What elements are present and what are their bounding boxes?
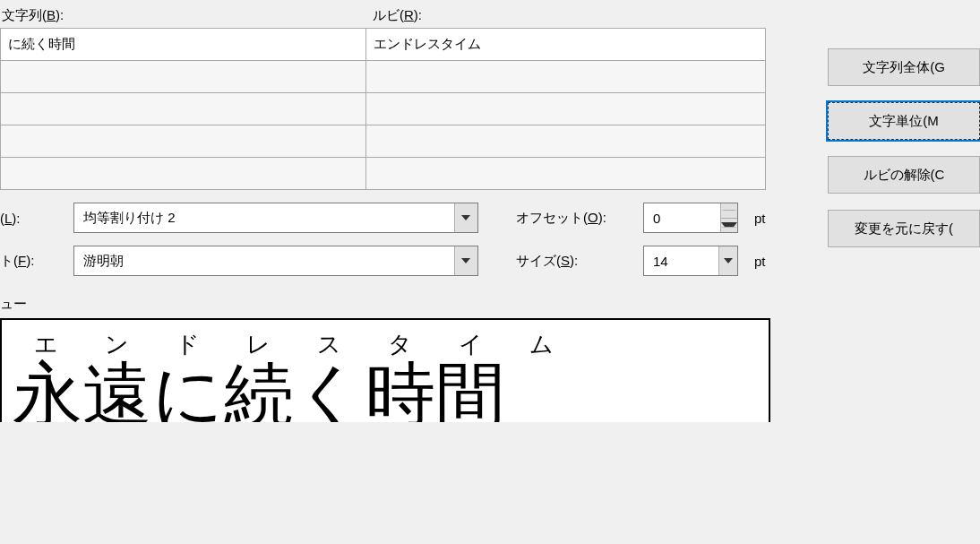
alignment-dropdown-button[interactable]: [454, 203, 477, 232]
triangle-down-icon: [721, 222, 737, 228]
triangle-up-icon: [721, 210, 737, 211]
ruby-input-1[interactable]: [366, 29, 765, 60]
ruby-input-5[interactable]: [366, 158, 765, 189]
ruby-input-4[interactable]: [366, 125, 765, 157]
offset-input[interactable]: [644, 203, 720, 232]
revert-button[interactable]: 変更を元に戻す(: [828, 210, 980, 247]
preview-label: ュー: [0, 296, 980, 313]
offset-spin-down[interactable]: [721, 219, 737, 233]
offset-unit: pt: [754, 211, 766, 226]
ruby-input-3[interactable]: [366, 93, 765, 125]
offset-spin-up[interactable]: [721, 203, 737, 219]
chevron-down-icon: [461, 258, 470, 263]
offset-spinner[interactable]: [643, 203, 738, 233]
font-label: ト(F):: [0, 253, 63, 270]
offset-label: オフセット(O):: [516, 210, 632, 227]
base-text-input-4[interactable]: [1, 125, 365, 157]
font-dropdown-button[interactable]: [454, 246, 477, 275]
preview-base-text: 永遠に続く時間: [13, 360, 754, 422]
chevron-down-icon: [724, 258, 733, 263]
base-text-label: 文字列(B):: [0, 7, 365, 24]
ruby-input-2[interactable]: [366, 61, 765, 92]
ruby-grid: [0, 28, 766, 190]
ruby-label: ルビ(R):: [365, 7, 422, 24]
base-text-input-1[interactable]: [1, 29, 365, 60]
clear-ruby-button[interactable]: ルビの解除(C: [828, 156, 980, 194]
alignment-input[interactable]: [74, 203, 454, 232]
size-dropdown-button[interactable]: [718, 246, 737, 275]
chevron-down-icon: [461, 215, 470, 220]
size-unit: pt: [754, 254, 766, 269]
whole-string-button[interactable]: 文字列全体(G: [828, 48, 980, 86]
per-char-button[interactable]: 文字単位(M: [828, 102, 980, 140]
alignment-label: (L):: [0, 211, 63, 226]
size-label: サイズ(S):: [516, 253, 632, 270]
base-text-input-3[interactable]: [1, 93, 365, 125]
font-input[interactable]: [74, 246, 454, 275]
base-text-input-5[interactable]: [1, 158, 365, 189]
base-text-input-2[interactable]: [1, 61, 365, 92]
size-combo[interactable]: [643, 246, 738, 276]
alignment-combo[interactable]: [73, 203, 478, 233]
preview-pane: エンドレスタイム 永遠に続く時間: [0, 318, 770, 422]
size-input[interactable]: [644, 246, 718, 275]
font-combo[interactable]: [73, 246, 478, 276]
